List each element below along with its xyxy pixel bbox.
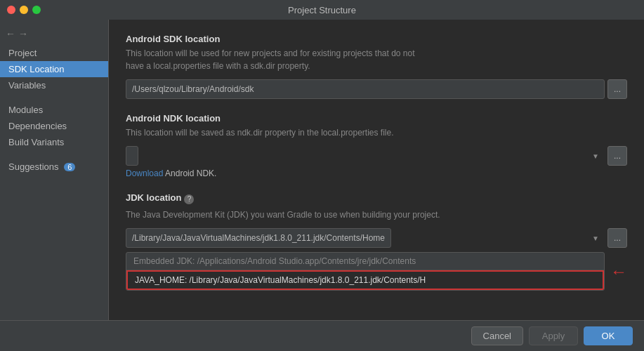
close-button[interactable] [7,6,15,14]
jdk-title: JDK location [126,192,181,203]
android-ndk-download-row: Download Android NDK. [126,168,627,178]
jdk-suggestion-java-home[interactable]: JAVA_HOME: /Library/Java/JavaVirtualMach… [126,270,604,290]
sidebar-item-dependencies[interactable]: Dependencies [0,118,108,134]
sidebar-item-project[interactable]: Project [0,45,108,61]
android-ndk-input-row: ▼ ... [126,146,627,166]
back-arrow[interactable]: ← [6,28,15,39]
jdk-select-arrow-icon: ▼ [592,234,599,242]
jdk-dropdown-row: /Library/Java/JavaVirtualMachines/jdk1.8… [126,228,627,248]
jdk-suggestion-embedded[interactable]: Embedded JDK: /Applications/Android Stud… [126,253,604,270]
android-sdk-section: Android SDK location This location will … [126,34,627,102]
sidebar-item-sdk-location[interactable]: SDK Location [0,61,108,77]
maximize-button[interactable] [32,6,41,14]
jdk-select-wrapper: /Library/Java/JavaVirtualMachines/jdk1.8… [126,228,605,248]
jdk-browse-button[interactable]: ... [607,228,627,248]
apply-button[interactable]: Apply [529,326,578,345]
cancel-button[interactable]: Cancel [471,326,523,345]
android-ndk-download-link[interactable]: Download [126,168,163,178]
android-sdk-input-row: ... [126,79,627,99]
android-ndk-download-suffix: Android NDK. [163,168,216,178]
sidebar-item-modules[interactable]: Modules [0,102,108,118]
forward-arrow[interactable]: → [18,28,28,39]
nav-arrows: ← → [0,25,108,45]
java-home-arrow-icon: ← [610,262,627,282]
sidebar: ← → Project SDK Location Variables Modul… [0,20,109,320]
sidebar-item-suggestions[interactable]: Suggestions 6 [0,159,108,175]
content-area: Android SDK location This location will … [109,20,644,320]
ok-button[interactable]: OK [584,326,633,345]
jdk-suggestions-container: Embedded JDK: /Applications/Android Stud… [126,252,627,291]
jdk-suggestion-list: Embedded JDK: /Applications/Android Stud… [126,252,605,291]
jdk-select[interactable]: /Library/Java/JavaVirtualMachines/jdk1.8… [126,228,391,248]
android-ndk-title: Android NDK location [126,113,627,124]
minimize-button[interactable] [20,6,28,14]
main-layout: ← → Project SDK Location Variables Modul… [0,20,644,320]
android-ndk-section: Android NDK location This location will … [126,113,627,178]
sidebar-item-build-variants[interactable]: Build Variants [0,134,108,150]
android-sdk-path-input[interactable] [126,79,605,99]
android-ndk-select-wrapper: ▼ [126,146,605,166]
android-ndk-description: This location will be saved as ndk.dir p… [126,126,627,139]
title-bar: Project Structure [0,0,644,20]
android-sdk-title: Android SDK location [126,34,627,44]
android-ndk-select[interactable] [126,146,138,166]
jdk-description: The Java Development Kit (JDK) you want … [126,208,627,221]
android-ndk-browse-button[interactable]: ... [607,146,627,166]
android-sdk-description: This location will be used for new proje… [126,47,627,72]
jdk-help-icon[interactable]: ? [184,194,194,204]
window-title: Project Structure [288,5,356,15]
sidebar-item-variables[interactable]: Variables [0,77,108,93]
suggestions-badge: 6 [64,163,75,171]
window-controls [7,6,41,14]
bottom-bar: Cancel Apply OK [0,320,644,351]
jdk-section: JDK location ? The Java Development Kit … [126,192,627,291]
android-sdk-browse-button[interactable]: ... [607,79,627,99]
ndk-select-arrow-icon: ▼ [592,152,599,160]
